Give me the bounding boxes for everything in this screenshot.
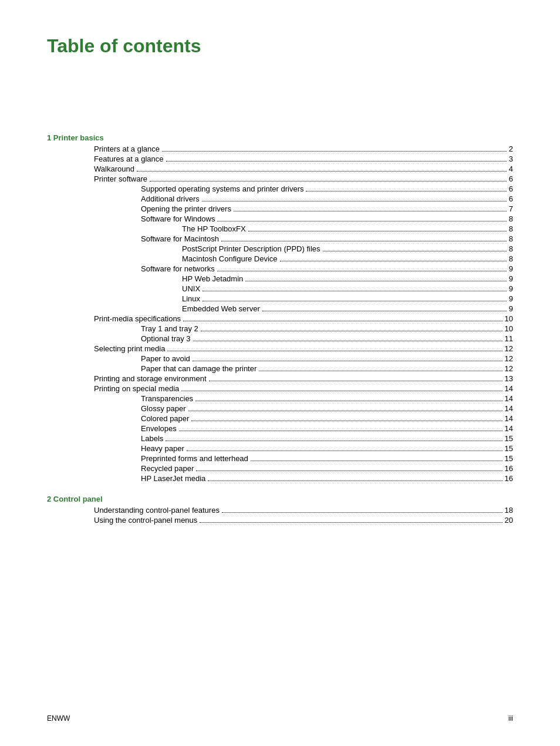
- entry-page: 20: [505, 516, 513, 525]
- entry-title: Software for Windows: [47, 214, 215, 223]
- toc-entry: Embedded Web server9: [47, 304, 513, 313]
- entry-dots: [234, 211, 507, 211]
- toc-entry: Macintosh Configure Device8: [47, 254, 513, 263]
- toc-entry: Software for networks9: [47, 264, 513, 273]
- entry-title: The HP ToolboxFX: [47, 224, 246, 233]
- entry-title: Paper to avoid: [47, 354, 190, 363]
- entry-page: 15: [505, 454, 513, 463]
- entry-title: Printer software: [47, 174, 147, 183]
- entry-dots: [251, 461, 502, 461]
- toc-entry: The HP ToolboxFX8: [47, 224, 513, 233]
- toc-entry: Labels15: [47, 434, 513, 443]
- toc-entry: Heavy paper15: [47, 444, 513, 453]
- entry-title: Embedded Web server: [47, 304, 260, 313]
- toc-entry: Optional tray 311: [47, 334, 513, 343]
- entry-title: PostScript Printer Description (PPD) fil…: [47, 244, 321, 253]
- entry-title: Print-media specifications: [47, 314, 181, 323]
- entry-title: Printing on special media: [47, 384, 179, 393]
- entry-title: Supported operating systems and printer …: [47, 184, 303, 193]
- entry-dots: [181, 391, 502, 391]
- entry-title: Understanding control-panel features: [47, 506, 220, 515]
- entry-dots: [166, 161, 507, 162]
- entry-page: 2: [509, 145, 513, 153]
- toc-entry: Software for Macintosh8: [47, 234, 513, 243]
- entry-page: 9: [509, 264, 513, 273]
- footer-right: iii: [508, 714, 513, 723]
- entry-title: Software for networks: [47, 264, 215, 273]
- entry-page: 6: [509, 194, 513, 203]
- toc-entry: Paper that can damage the printer12: [47, 364, 513, 373]
- entry-page: 8: [509, 244, 513, 253]
- toc-entry: Tray 1 and tray 210: [47, 324, 513, 333]
- footer-left: ENWW: [47, 714, 70, 723]
- entry-title: Features at a glance: [47, 154, 164, 163]
- entry-dots: [201, 331, 502, 331]
- entry-dots: [179, 431, 502, 431]
- entry-dots: [280, 261, 507, 261]
- entry-page: 11: [505, 334, 513, 343]
- entry-dots: [193, 341, 502, 341]
- toc-content: 1 Printer basicsPrinters at a glance2Fea…: [47, 133, 513, 525]
- entry-page: 8: [509, 224, 513, 233]
- toc-entry: HP LaserJet media16: [47, 474, 513, 483]
- entry-title: Linux: [47, 294, 200, 303]
- section-header-1: 1 Printer basics: [47, 133, 513, 142]
- entry-dots: [137, 171, 507, 172]
- entry-page: 14: [505, 404, 513, 413]
- toc-entry: Paper to avoid12: [47, 354, 513, 363]
- entry-page: 13: [505, 374, 513, 383]
- entry-page: 12: [505, 344, 513, 353]
- toc-entry: Printers at a glance2: [47, 145, 513, 153]
- entry-page: 12: [505, 364, 513, 373]
- toc-entry: Print-media specifications10: [47, 314, 513, 323]
- entry-dots: [200, 522, 502, 523]
- toc-entry: Linux9: [47, 294, 513, 303]
- toc-entry: Software for Windows8: [47, 214, 513, 223]
- entry-dots: [306, 191, 506, 191]
- entry-page: 9: [509, 304, 513, 313]
- entry-page: 14: [505, 384, 513, 393]
- entry-title: Software for Macintosh: [47, 234, 219, 243]
- entry-title: Paper that can damage the printer: [47, 364, 257, 373]
- page-title: Table of contents: [47, 35, 513, 57]
- entry-page: 18: [505, 506, 513, 515]
- entry-title: Additional drivers: [47, 194, 200, 203]
- entry-dots: [166, 441, 502, 441]
- entry-page: 10: [505, 314, 513, 323]
- page-footer: ENWW iii: [47, 714, 513, 723]
- entry-dots: [209, 381, 502, 381]
- entry-page: 7: [509, 204, 513, 213]
- entry-page: 9: [509, 294, 513, 303]
- toc-entry: Walkaround4: [47, 164, 513, 173]
- entry-page: 14: [505, 424, 513, 433]
- entry-dots: [323, 251, 507, 251]
- entry-page: 12: [505, 354, 513, 363]
- entry-dots: [203, 291, 507, 291]
- entry-dots: [187, 451, 502, 451]
- entry-dots: [191, 421, 502, 421]
- entry-title: Labels: [47, 434, 163, 443]
- entry-dots: [195, 401, 502, 401]
- toc-entry: Envelopes14: [47, 424, 513, 433]
- entry-page: 16: [505, 474, 513, 483]
- entry-title: Glossy paper: [47, 404, 186, 413]
- toc-entry: Transparencies14: [47, 394, 513, 403]
- toc-entry: Printing on special media14: [47, 384, 513, 393]
- entry-dots: [262, 311, 507, 311]
- entry-page: 9: [509, 284, 513, 293]
- toc-entry: Printing and storage environment13: [47, 374, 513, 383]
- entry-title: Heavy paper: [47, 444, 184, 453]
- entry-dots: [222, 512, 502, 513]
- entry-dots: [167, 351, 502, 351]
- entry-dots: [183, 321, 502, 321]
- entry-page: 14: [505, 394, 513, 403]
- entry-title: HP Web Jetadmin: [47, 274, 243, 283]
- section-header-2: 2 Control panel: [47, 495, 513, 503]
- entry-page: 8: [509, 254, 513, 263]
- entry-title: Recycled paper: [47, 464, 194, 473]
- entry-page: 9: [509, 274, 513, 283]
- toc-entry: Recycled paper16: [47, 464, 513, 473]
- entry-dots: [188, 411, 502, 411]
- entry-page: 15: [505, 434, 513, 443]
- toc-entry: Preprinted forms and letterhead15: [47, 454, 513, 463]
